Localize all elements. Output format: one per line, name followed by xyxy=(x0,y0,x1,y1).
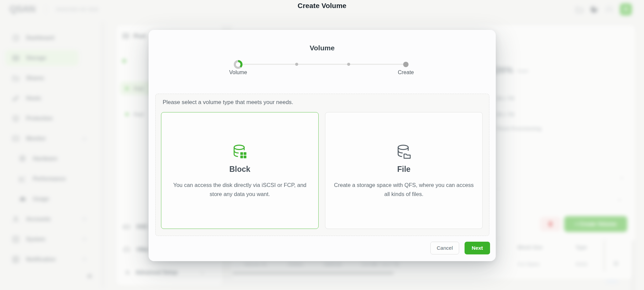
stepper-step-create[interactable] xyxy=(403,62,409,67)
card-title-block: Block xyxy=(229,165,251,174)
block-volume-icon xyxy=(232,144,248,159)
screen: QSAN XN4226D-4C-9D8 A Dashboard xyxy=(0,0,644,290)
stepper-step-volume[interactable] xyxy=(234,60,243,69)
volume-type-card-block[interactable]: Block You can access the disk directly v… xyxy=(161,112,319,229)
volume-type-card-file[interactable]: File Create a storage space with QFS, wh… xyxy=(325,112,483,229)
stepper-step-2[interactable] xyxy=(295,63,298,66)
cancel-button[interactable]: Cancel xyxy=(430,242,459,254)
volume-type-panel: Please select a volume type that meets y… xyxy=(155,94,489,236)
type-select-prompt: Please select a volume type that meets y… xyxy=(163,99,293,106)
card-title-file: File xyxy=(397,165,411,174)
card-description-block: You can access the disk directly via iSC… xyxy=(168,181,312,199)
page-title: Create Volume xyxy=(0,2,644,10)
stepper-line xyxy=(238,64,406,65)
next-button[interactable]: Next xyxy=(465,242,490,254)
create-volume-dialog: Volume Volume Create Please select a vol… xyxy=(149,30,496,261)
dialog-title: Volume xyxy=(149,44,496,52)
stepper-label-create: Create xyxy=(379,69,433,76)
stepper-label-volume: Volume xyxy=(211,69,265,76)
stepper-step-3[interactable] xyxy=(347,63,350,66)
card-description-file: Create a storage space with QFS, where y… xyxy=(332,181,476,199)
file-volume-icon xyxy=(396,144,412,159)
